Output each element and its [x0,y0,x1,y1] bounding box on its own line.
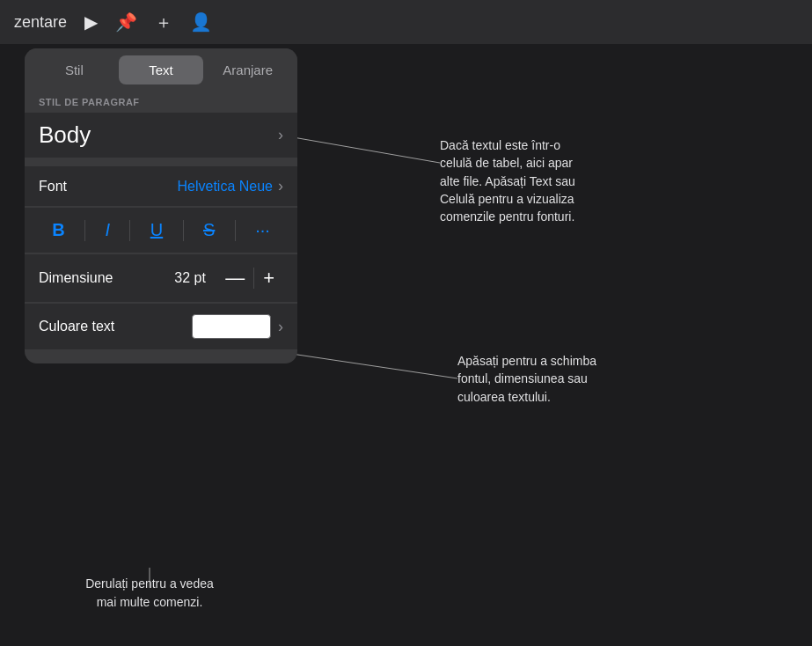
underline-button[interactable]: U [143,217,170,244]
mid-callout-text: Apăsați pentru a schimba fontul, dimensi… [457,352,757,406]
svg-line-1 [280,352,457,378]
tab-aranjare[interactable]: Aranjare [205,55,290,84]
color-chevron-icon: › [278,318,283,336]
top-callout-text: Dacă textul este într-o celulă de tabel,… [440,136,739,225]
paragraph-style-value: Body [39,121,91,149]
color-row[interactable]: Culoare text › [25,304,297,349]
format-buttons-row: B I U S ··· [25,208,297,253]
tab-stil[interactable]: Stil [32,55,117,84]
bottom-callout-text: Derulați pentru a vedea mai multe comenz… [53,575,246,611]
size-label: Dimensiune [39,270,113,286]
color-label: Culoare text [39,319,114,334]
format-divider-4 [235,220,236,241]
toolbar: zentare ▶ 📌 ＋ 👤 [0,0,812,44]
pin-icon[interactable]: 📌 [115,11,137,33]
size-controls: 32 pt — + [164,265,283,291]
format-panel: Stil Text Aranjare STIL DE PARAGRAF Body… [25,48,297,363]
tab-bar: Stil Text Aranjare [25,48,297,84]
color-value-container: › [192,314,283,339]
format-divider-2 [129,220,130,241]
format-divider-3 [183,220,184,241]
font-chevron-icon: › [278,177,283,195]
tab-text[interactable]: Text [119,55,204,84]
app-title: zentare [14,13,67,32]
format-divider-1 [84,220,85,241]
play-icon[interactable]: ▶ [84,11,98,33]
color-swatch[interactable] [192,314,271,339]
size-value: 32 pt [164,270,216,286]
add-user-icon[interactable]: 👤 [190,11,212,33]
font-label: Font [39,179,67,195]
bold-button[interactable]: B [45,217,71,244]
strikethrough-button[interactable]: S [196,217,222,244]
paragraph-style-row[interactable]: Body › [25,113,297,158]
paragraph-style-chevron-icon: › [278,126,283,144]
font-value: Helvetica Neue [178,179,274,195]
size-row: Dimensiune 32 pt — + [25,254,297,302]
italic-button[interactable]: I [98,217,117,244]
font-value-container: Helvetica Neue › [178,177,284,195]
section-label: STIL DE PARAGRAF [25,84,297,113]
font-row[interactable]: Font Helvetica Neue › [25,166,297,206]
size-decrease-button[interactable]: — [216,265,253,291]
size-increase-button[interactable]: + [254,265,283,291]
more-options-button[interactable]: ··· [248,217,277,244]
plus-icon[interactable]: ＋ [155,11,172,34]
